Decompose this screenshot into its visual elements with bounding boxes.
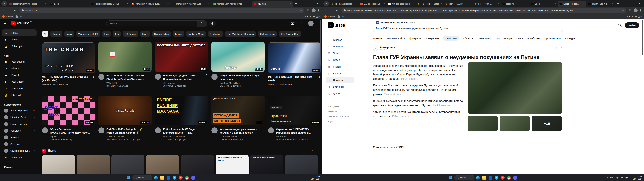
tab-close-icon[interactable] <box>44 2 47 5</box>
filter-chip[interactable]: Mixes <box>140 31 150 36</box>
site-info-icon[interactable] <box>344 9 346 12</box>
tab-close-icon[interactable] <box>85 2 88 5</box>
bookmark-star-icon[interactable]: ☆ <box>622 9 624 12</box>
smi-news-card[interactable]: МК Московский Комсомолец Вчера <box>373 19 563 26</box>
subscription-channel[interactable]: HistoryLegends <box>2 121 36 127</box>
sidebar-item[interactable]: Watch later <box>2 85 36 92</box>
browser-profile-avatar[interactable] <box>312 8 316 12</box>
file-explorer-icon[interactable] <box>482 175 487 180</box>
video-title[interactable]: Ранний доступ для Смуты / Падение Manor … <box>163 74 203 81</box>
filter-chip[interactable]: Chill-out music <box>258 31 277 36</box>
edge-icon[interactable] <box>476 175 480 180</box>
start-button[interactable] <box>448 175 453 180</box>
filter-chip[interactable]: Science fiction <box>152 31 171 36</box>
footer-link[interactable]: Дзен на iOS и Android <box>328 114 349 119</box>
video-title[interactable]: Mix - Nine Inch Nails - The Hand That Fe… <box>268 75 316 82</box>
video-title[interactable]: Mix - THE CRUSH by Miracle Of Sound (Pac… <box>42 75 90 82</box>
sidebar-item[interactable]: Темы <box>326 50 354 57</box>
address-bar[interactable]: dzen.ru/news/story/d6113Zc8-6f34-5dd3-95… <box>342 8 626 13</box>
extensions-icon[interactable]: ⚄ <box>306 9 310 12</box>
article-main-photo[interactable] <box>468 62 562 114</box>
channel-avatar[interactable] <box>212 74 218 80</box>
volume-icon[interactable] <box>621 177 623 179</box>
reload-button[interactable]: ⟳ <box>335 8 340 13</box>
filter-chip[interactable]: Trailers <box>173 31 184 36</box>
nav-topic[interactable]: Шоу-бизнес <box>528 37 540 40</box>
nav-topic[interactable]: Экономика <box>479 37 490 40</box>
video-thumbnail[interactable]: Jazz Club 10:51:48 <box>98 96 152 125</box>
page-scrollbar[interactable] <box>642 20 644 55</box>
browser-tab[interactable]: ReadComicOnline - Read <box>8 1 48 7</box>
source-link[interactable]: РИА Новости <box>392 115 409 118</box>
short-card[interactable]: ChatGPT Friendzones Me <box>250 155 283 174</box>
filter-chip[interactable]: Music <box>64 31 74 36</box>
browser-tab[interactable]: YouTube <box>252 1 293 7</box>
footer-link[interactable]: Вакансии <box>328 109 349 114</box>
video-title[interactable]: Entire Punisher MAX Saga Explored In Det… <box>163 127 203 134</box>
video-channel[interactable]: Curahelu Music Story <box>220 82 260 84</box>
tab-close-icon[interactable] <box>554 2 556 5</box>
reload-button[interactable]: ⟳ <box>13 8 18 13</box>
short-card[interactable] <box>42 155 75 174</box>
video-title[interactable]: seiryu - relax with Japanese-style piano… <box>220 74 260 81</box>
tab-close-icon[interactable] <box>525 2 528 5</box>
channel-avatar[interactable] <box>42 127 48 134</box>
subscription-channel[interactable]: Amala Ekpunobi ((•)) <box>2 107 36 114</box>
chrome-icon[interactable] <box>184 175 190 180</box>
wifi-icon[interactable] <box>616 177 619 179</box>
show-more-button[interactable]: ∨ Show more <box>2 154 36 161</box>
video-channel[interactable]: Willy OAM <box>106 82 146 84</box>
browser-tab[interactable]: Дзен <box>48 1 89 7</box>
tab-search-button[interactable]: ∨ <box>1 1 7 6</box>
taskbar-search[interactable]: Поиск <box>132 175 152 180</box>
maximize-button[interactable]: ▢ <box>307 0 314 7</box>
forward-button[interactable]: → <box>7 8 12 13</box>
sidebar-item[interactable]: Новости <box>326 77 354 84</box>
short-card[interactable] <box>77 155 110 174</box>
nav-scroll-right-icon[interactable]: › <box>628 36 628 40</box>
sidebar-item[interactable]: Видеоигры <box>326 84 354 90</box>
nav-topic[interactable]: Культура <box>565 37 575 40</box>
maximize-button[interactable]: ▢ <box>629 0 636 7</box>
browser-tab[interactable]: Меланхолия Харухи Судз <box>170 1 211 7</box>
video-thumbnail[interactable]: THE CRUSH PACIFIC RIM SONG Mix <box>42 43 95 73</box>
minimize-button[interactable]: — <box>622 0 629 7</box>
source-link[interactable]: Силовой блок <box>384 93 402 96</box>
tab-search-button[interactable]: ∨ <box>323 1 329 6</box>
video-thumbnail[interactable]: ДРОБЫШЕВСКИЙ ПОХОЖДЕНИЯ МОНГОЛОИДОВ 27:2… <box>212 96 265 125</box>
telegram-icon[interactable] <box>494 175 499 180</box>
source-link[interactable]: РИА Новости <box>401 77 418 80</box>
battery-icon[interactable] <box>625 177 628 179</box>
short-card[interactable] <box>285 155 318 174</box>
filter-chip[interactable]: The Walt Disney Company <box>225 31 256 36</box>
browser-tab[interactable]: Новости <box>501 1 529 7</box>
video-thumbnail[interactable]: Seiryu 1:01:54 <box>212 42 265 72</box>
short-card[interactable] <box>111 155 144 174</box>
create-button[interactable] <box>291 22 295 26</box>
hamburger-menu-icon[interactable]: ≡ <box>4 22 6 26</box>
chips-scroll-right-button[interactable]: › <box>314 31 320 36</box>
browser-tab[interactable]: Глава ГУР Укра <box>558 1 586 7</box>
all-bookmarks-button[interactable]: Все закладки <box>305 16 320 18</box>
bookmark-star-icon[interactable]: ☆ <box>300 9 302 12</box>
channel-avatar[interactable] <box>212 127 218 134</box>
tab-close-icon[interactable] <box>289 2 292 5</box>
sidebar-item[interactable]: Liked videos <box>2 92 36 98</box>
taskbar-clock[interactable]: 6:35 14.07.2024 <box>632 174 642 181</box>
chrome-icon[interactable] <box>506 175 512 180</box>
nav-topic[interactable]: Общество <box>463 37 474 40</box>
video-menu-icon[interactable]: ⋮ <box>92 75 95 86</box>
video-menu-icon[interactable]: ⋮ <box>148 127 152 141</box>
video-channel[interactable]: iXBT games ✓ <box>163 82 203 84</box>
browser-tab[interactable]: Трамп заявил о <box>586 1 615 7</box>
short-card[interactable] <box>181 155 214 174</box>
voice-search-button[interactable] <box>209 20 216 27</box>
edge-icon[interactable] <box>154 175 158 180</box>
nav-topic[interactable]: Главное <box>373 37 382 40</box>
bookmark-item[interactable]: Кемоно <box>2 16 13 18</box>
yandex-browser-icon[interactable] <box>500 175 505 180</box>
sidebar-item[interactable]: Your videos <box>2 78 36 85</box>
language-indicator[interactable]: РУС <box>610 177 614 179</box>
nav-topic[interactable]: Политика <box>443 36 459 41</box>
sidebar-item[interactable]: Детям <box>326 90 354 97</box>
